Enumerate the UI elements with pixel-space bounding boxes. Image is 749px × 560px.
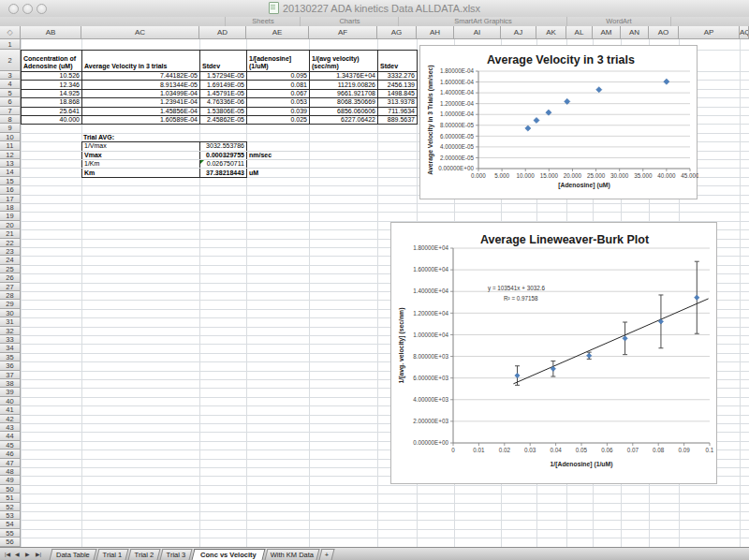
sheet-tab-trial-3[interactable]: Trial 3	[160, 549, 193, 560]
row-header-33[interactable]: 33	[0, 335, 21, 344]
cell[interactable]: Average Velocity in 3 trials	[82, 51, 200, 72]
column-header-AM[interactable]: AM	[593, 26, 621, 39]
row-header-28[interactable]: 28	[0, 291, 21, 300]
row-header-40[interactable]: 40	[0, 397, 21, 405]
cell[interactable]: Concentration of Adenosine (uM)	[22, 51, 82, 72]
gallery-tab-sheets[interactable]: Sheets	[225, 17, 301, 26]
data-point[interactable]	[515, 373, 520, 377]
column-header-AE[interactable]: AE	[246, 26, 309, 39]
add-sheet-tab[interactable]: +	[319, 549, 335, 560]
row-header-9[interactable]: 9	[0, 124, 21, 132]
row-header-11[interactable]: 11	[0, 141, 21, 150]
sheet-tab-conc-vs-velocity[interactable]: Conc vs Velocity	[192, 549, 266, 560]
cell[interactable]: uM	[247, 169, 310, 177]
row-header-51[interactable]: 51	[0, 494, 21, 502]
data-point[interactable]	[587, 353, 592, 358]
cell[interactable]: 9661.921708	[310, 89, 378, 97]
row-header-2[interactable]: 2	[0, 50, 21, 71]
row-header-4[interactable]: 4	[0, 80, 21, 88]
row-header-1[interactable]: 1	[0, 39, 21, 50]
cell[interactable]: 1.03499E-04	[82, 89, 200, 97]
column-header-AN[interactable]: AN	[621, 26, 649, 39]
cell[interactable]: 4.76336E-06	[200, 98, 247, 107]
tab-scroll-next-button[interactable]: ▶	[25, 551, 30, 558]
row-header-21[interactable]: 21	[0, 229, 21, 238]
cell[interactable]: 6856.060606	[310, 107, 378, 115]
cell[interactable]: Stdev	[200, 51, 247, 72]
column-header-AH[interactable]: AH	[417, 26, 454, 39]
cell[interactable]: 1.45856E-04	[82, 107, 200, 115]
row-header-17[interactable]: 17	[0, 195, 21, 203]
row-header-30[interactable]: 30	[0, 309, 21, 317]
data-point[interactable]	[695, 295, 699, 300]
row-header-46[interactable]: 46	[0, 449, 21, 458]
cell[interactable]: 0.039	[247, 107, 310, 115]
row-header-27[interactable]: 27	[0, 283, 21, 291]
row-header-19[interactable]: 19	[0, 212, 21, 220]
sheet-tab-trial-1[interactable]: Trial 1	[96, 549, 129, 560]
column-header-AQ[interactable]: AQ	[740, 26, 749, 39]
cell[interactable]: 0.081	[247, 81, 310, 89]
row-header-43[interactable]: 43	[0, 423, 21, 432]
column-header-AL[interactable]: AL	[566, 26, 593, 39]
cell[interactable]: 25.641	[22, 107, 82, 115]
row-header-32[interactable]: 32	[0, 327, 21, 335]
row-header-48[interactable]: 48	[0, 467, 21, 476]
column-header-AI[interactable]: AI	[454, 26, 501, 39]
row-header-54[interactable]: 54	[0, 520, 21, 528]
cell[interactable]: 3332.276	[378, 72, 418, 81]
row-header-5[interactable]: 5	[0, 89, 21, 97]
cell[interactable]: 313.9378	[378, 98, 418, 107]
row-header-26[interactable]: 26	[0, 273, 21, 282]
row-header-47[interactable]: 47	[0, 459, 21, 467]
row-header-14[interactable]: 14	[0, 168, 21, 176]
cell[interactable]: Vmax	[82, 151, 200, 159]
column-header-AB[interactable]: AB	[21, 26, 81, 39]
cell[interactable]: 1.23941E-04	[82, 98, 200, 107]
cell[interactable]: 1.57294E-05	[200, 72, 247, 81]
cell[interactable]: nm/sec	[247, 151, 310, 159]
row-header-23[interactable]: 23	[0, 247, 21, 256]
tab-scroll-previous-button[interactable]: ◀	[15, 551, 20, 558]
avg-velocity-chart[interactable]: 0.00000E+002.00000E-054.00000E-056.00000…	[419, 45, 698, 199]
column-header-AK[interactable]: AK	[536, 26, 566, 39]
cell[interactable]: 1498.845	[378, 89, 418, 97]
column-header-AD[interactable]: AD	[199, 26, 246, 39]
row-header-10[interactable]: 10	[0, 133, 21, 141]
row-header-13[interactable]: 13	[0, 159, 21, 168]
row-header-18[interactable]: 18	[0, 203, 21, 212]
cell[interactable]: 1.34376E+04	[310, 72, 378, 81]
row-header-7[interactable]: 7	[0, 107, 21, 115]
cell[interactable]: 1.45791E-05	[200, 89, 247, 97]
row-header-44[interactable]: 44	[0, 432, 21, 440]
row-header-35[interactable]: 35	[0, 353, 21, 361]
data-point[interactable]	[525, 125, 531, 131]
cell[interactable]: Stdev	[378, 51, 418, 72]
tab-scroll-last-button[interactable]: ▶|	[36, 551, 41, 558]
column-header-AP[interactable]: AP	[679, 26, 740, 39]
cell[interactable]: 1/Km	[82, 159, 200, 168]
data-point[interactable]	[664, 79, 669, 84]
select-all-button[interactable]: ◇	[0, 26, 21, 39]
row-header-16[interactable]: 16	[0, 185, 21, 194]
column-header-AJ[interactable]: AJ	[501, 26, 536, 39]
cell[interactable]: 0.000329755	[200, 151, 247, 159]
data-point[interactable]	[596, 87, 602, 93]
cell[interactable]: 1/[adenosine] (1/uM)	[247, 51, 310, 72]
cell[interactable]: 711.9634	[378, 107, 418, 115]
row-header-25[interactable]: 25	[0, 265, 21, 273]
cell[interactable]: 1.60589E-04	[82, 115, 200, 124]
cell[interactable]: 14.925	[22, 89, 82, 97]
cell[interactable]: 1/(avg velocity) (sec/nm)	[310, 51, 378, 72]
row-header-6[interactable]: 6	[0, 97, 21, 106]
gallery-tab-wordart[interactable]: WordArt	[566, 17, 671, 26]
cell[interactable]: 0.067	[247, 89, 310, 97]
row-header-34[interactable]: 34	[0, 344, 21, 352]
row-header-8[interactable]: 8	[0, 115, 21, 124]
cell[interactable]: 7.44182E-05	[82, 72, 200, 81]
row-header-52[interactable]: 52	[0, 503, 21, 511]
cell[interactable]: 0.026750711	[200, 159, 247, 168]
row-header-24[interactable]: 24	[0, 256, 21, 264]
cell[interactable]: 10.526	[22, 72, 82, 81]
row-header-29[interactable]: 29	[0, 300, 21, 308]
